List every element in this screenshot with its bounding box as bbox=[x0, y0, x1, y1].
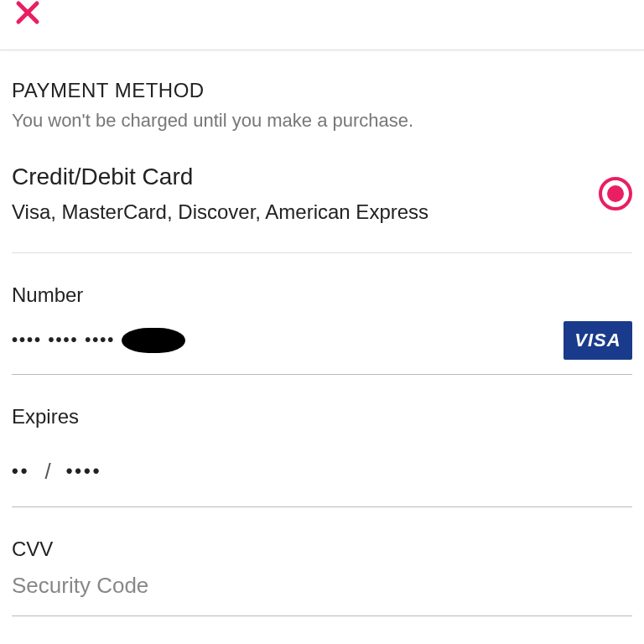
radio-inner-dot-icon bbox=[607, 185, 624, 202]
payment-method-title: Credit/Debit Card bbox=[12, 164, 428, 190]
card-number-value-row: •••• •••• •••• VISA bbox=[12, 322, 632, 359]
divider bbox=[12, 252, 632, 253]
card-cvv-field[interactable]: CVV Security Code bbox=[12, 538, 632, 616]
close-icon[interactable] bbox=[15, 0, 40, 25]
card-cvv-label: CVV bbox=[12, 538, 632, 561]
card-brand-badge: VISA bbox=[564, 321, 632, 360]
section-subtitle-payment: You won't be charged until you make a pu… bbox=[12, 109, 632, 133]
card-expires-field[interactable]: Expires •• / •••• bbox=[12, 405, 632, 507]
header bbox=[0, 0, 644, 50]
exp-slash: / bbox=[44, 459, 50, 485]
exp-year-masked: •••• bbox=[66, 460, 102, 482]
card-number-masked: •••• •••• •••• bbox=[12, 330, 115, 350]
payment-method-text: Credit/Debit Card Visa, MasterCard, Disc… bbox=[12, 164, 428, 224]
section-title-payment: PAYMENT METHOD bbox=[12, 79, 632, 102]
card-number-redacted-icon bbox=[122, 328, 185, 353]
card-number-value: •••• •••• •••• bbox=[12, 328, 185, 353]
content: PAYMENT METHOD You won't be charged unti… bbox=[0, 79, 644, 644]
card-cvv-placeholder: Security Code bbox=[12, 573, 632, 599]
card-expires-label: Expires bbox=[12, 405, 632, 428]
exp-month-masked: •• bbox=[12, 460, 29, 482]
card-number-label: Number bbox=[12, 283, 632, 307]
radio-selected-icon[interactable] bbox=[599, 177, 632, 210]
payment-method-sub: Visa, MasterCard, Discover, American Exp… bbox=[12, 200, 428, 224]
card-number-field[interactable]: Number •••• •••• •••• VISA bbox=[12, 283, 632, 375]
card-expires-value: •• / •••• bbox=[12, 459, 632, 485]
payment-method-row[interactable]: Credit/Debit Card Visa, MasterCard, Disc… bbox=[12, 164, 632, 224]
